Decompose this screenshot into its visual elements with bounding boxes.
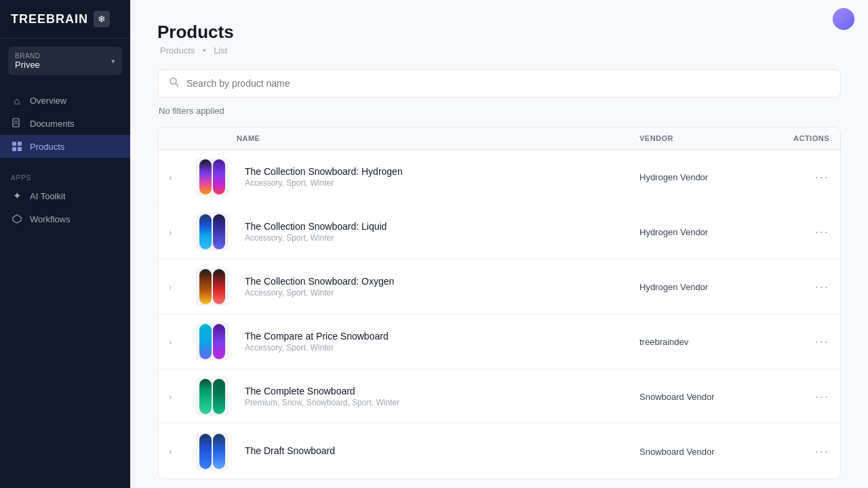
svg-marker-7	[13, 215, 21, 223]
breadcrumb: Products • List	[157, 45, 841, 56]
row-actions: ···	[775, 390, 829, 404]
apps-nav: APPS ✦ AI Toolkit Workflows	[0, 163, 130, 236]
col-actions: ACTIONS	[775, 134, 829, 142]
search-icon	[169, 77, 180, 90]
product-thumbnail	[196, 268, 229, 306]
product-name: The Collection Snowboard: Oxygen	[245, 276, 639, 287]
product-info: The Draft Snowboard	[237, 445, 639, 458]
row-actions-menu[interactable]: ···	[815, 280, 829, 294]
snowboard-image-2	[213, 159, 225, 195]
main-nav: ⌂ Overview Documents	[0, 83, 130, 163]
vendor-name: Hydrogen Vendor	[639, 172, 775, 182]
row-actions: ···	[775, 225, 829, 239]
row-actions-menu[interactable]: ···	[815, 335, 829, 349]
products-icon	[11, 140, 23, 152]
avatar-image	[833, 8, 854, 30]
vendor-name: Snowboard Vendor	[639, 447, 775, 457]
sidebar-item-products[interactable]: Products	[0, 135, 130, 158]
breadcrumb-separator: •	[203, 45, 206, 56]
brand-name: Privee	[15, 60, 41, 70]
snowboard-image	[199, 159, 212, 195]
sidebar-item-overview[interactable]: ⌂ Overview	[0, 89, 130, 112]
product-thumbnail	[196, 432, 229, 470]
workflows-icon	[11, 213, 23, 225]
filters-text: No filters applied	[159, 106, 224, 116]
row-expand-chevron[interactable]: ›	[169, 445, 196, 458]
row-expand-chevron[interactable]: ›	[169, 171, 196, 183]
product-info: The Collection Snowboard: Liquid Accesso…	[237, 221, 639, 243]
sidebar-item-workflows[interactable]: Workflows	[0, 207, 130, 230]
row-expand-chevron[interactable]: ›	[169, 281, 196, 293]
snowboard-image	[199, 269, 212, 304]
svg-rect-0	[13, 119, 19, 127]
product-tags: Accessory, Sport, Winter	[245, 288, 639, 298]
chevron-down-icon: ▾	[111, 57, 115, 66]
logo-area: TREEBRAIN ❄	[0, 0, 130, 39]
product-info: The Collection Snowboard: Hydrogen Acces…	[237, 166, 639, 188]
user-avatar[interactable]	[833, 8, 854, 30]
vendor-name: treebraindev	[639, 337, 775, 347]
ai-toolkit-icon: ✦	[11, 190, 23, 202]
svg-point-8	[170, 78, 176, 84]
col-name: NAME	[237, 134, 639, 142]
table-row[interactable]: › The Compare at Price Snowboard Accesso…	[158, 314, 840, 369]
col-image	[196, 134, 237, 142]
topbar	[833, 8, 854, 30]
snowboard-image	[199, 379, 212, 414]
product-thumbnail	[196, 323, 229, 361]
table-row[interactable]: › The Collection Snowboard: Hydrogen Acc…	[158, 150, 840, 205]
vendor-name: Hydrogen Vendor	[639, 227, 775, 237]
product-thumbnail	[196, 158, 229, 196]
row-expand-chevron[interactable]: ›	[169, 390, 196, 403]
breadcrumb-current: List	[214, 45, 227, 56]
vendor-name: Snowboard Vendor	[639, 392, 775, 402]
product-info: The Complete Snowboard Premium, Snow, Sn…	[237, 386, 639, 407]
row-actions: ···	[775, 335, 829, 349]
row-expand-chevron[interactable]: ›	[169, 336, 196, 348]
product-name: The Collection Snowboard: Liquid	[245, 221, 639, 232]
svg-rect-6	[18, 147, 22, 151]
breadcrumb-root: Products	[160, 45, 195, 56]
brand-label: Brand	[15, 52, 41, 60]
product-name: The Compare at Price Snowboard	[245, 331, 639, 342]
brand-selector[interactable]: Brand Privee ▾	[8, 47, 122, 75]
snowboard-image	[199, 324, 212, 359]
product-info: The Compare at Price Snowboard Accessory…	[237, 331, 639, 352]
sidebar-item-ai-toolkit[interactable]: ✦ AI Toolkit	[0, 184, 130, 207]
snowboard-image-2	[213, 269, 225, 304]
sidebar-item-label: Workflows	[30, 214, 71, 224]
search-input[interactable]	[186, 78, 829, 89]
snowboard-image-2	[213, 324, 225, 359]
row-actions-menu[interactable]: ···	[815, 445, 829, 459]
product-tags: Accessory, Sport, Winter	[245, 343, 639, 352]
snowboard-image	[199, 434, 212, 469]
sidebar-item-documents[interactable]: Documents	[0, 112, 130, 135]
snowboard-image-2	[213, 379, 225, 414]
product-tags: Accessory, Sport, Winter	[245, 178, 639, 188]
product-thumbnail	[196, 213, 229, 251]
table-row[interactable]: › The Complete Snowboard Premium, Snow, …	[158, 369, 840, 424]
apps-section-label: APPS	[0, 169, 130, 184]
row-actions-menu[interactable]: ···	[815, 170, 829, 184]
product-tags: Premium, Snow, Snowboard, Sport, Winter	[245, 398, 639, 407]
table-row[interactable]: › The Draft Snowboard Snowboard Vendor ·…	[158, 424, 840, 479]
table-row[interactable]: › The Collection Snowboard: Liquid Acces…	[158, 205, 840, 260]
table-row[interactable]: › The Collection Snowboard: Oxygen Acces…	[158, 260, 840, 314]
sidebar: TREEBRAIN ❄ Brand Privee ▾ ⌂ Overview Do…	[0, 0, 130, 488]
product-thumbnail	[196, 378, 229, 415]
filters-bar: No filters applied	[157, 106, 841, 116]
table-header: NAME VENDOR ACTIONS	[158, 127, 840, 150]
vendor-name: Hydrogen Vendor	[639, 282, 775, 292]
product-info: The Collection Snowboard: Oxygen Accesso…	[237, 276, 639, 298]
row-actions-menu[interactable]: ···	[815, 390, 829, 404]
logo-text: TREEBRAIN	[11, 12, 88, 26]
logo-icon: ❄	[94, 11, 110, 27]
row-expand-chevron[interactable]: ›	[169, 226, 196, 238]
row-actions-menu[interactable]: ···	[815, 225, 829, 239]
sidebar-item-label: Overview	[30, 96, 66, 106]
sidebar-item-label: Products	[30, 142, 64, 152]
product-name: The Draft Snowboard	[245, 445, 639, 456]
col-vendor: VENDOR	[639, 134, 775, 142]
row-actions: ···	[775, 170, 829, 184]
col-expand	[169, 134, 196, 142]
